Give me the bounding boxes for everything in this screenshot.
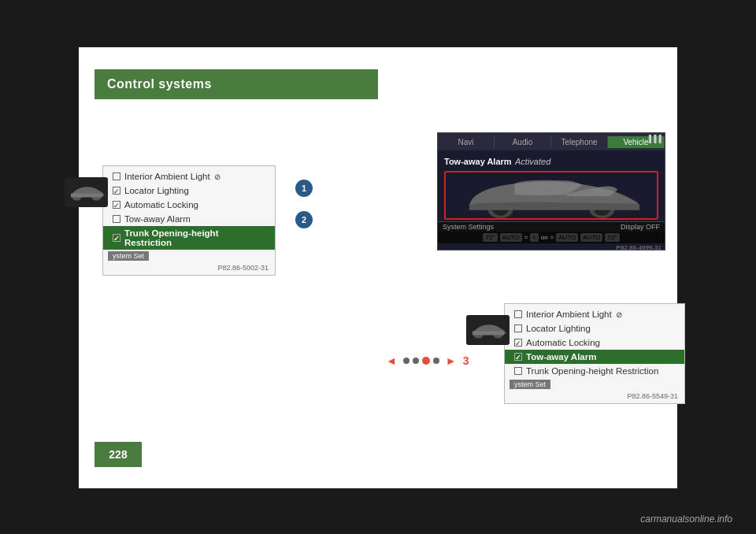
display-off-label: Display OFF: [621, 223, 660, 231]
comand-screen-top: ▐▐▐ Navi Audio Telephone Vehicle Tow-awa…: [437, 132, 665, 250]
signal-indicator: ▐▐▐: [647, 135, 662, 143]
nav-dot-1: [403, 358, 410, 364]
menu-bottom-bar-top: ystem Set: [103, 250, 275, 262]
menu-card-bottom: Interior Ambient Light ⊘ Locator Lightin…: [504, 303, 685, 404]
car-display-area: [444, 171, 658, 220]
menu-code-bottom: P82.86-5549-31: [505, 391, 684, 402]
comand-tabbar: Navi Audio Telephone Vehicle: [438, 133, 665, 150]
menu-code-top: P82.86-5002-31: [103, 262, 275, 273]
system-set-label-bottom: ystem Set: [510, 380, 550, 389]
checkbox-tow-top: [113, 215, 120, 223]
menu-item-autolock-bottom[interactable]: Automatic Locking: [505, 336, 684, 350]
checkbox-locator-top: [113, 187, 120, 195]
checkbox-trunk-top: [113, 234, 120, 242]
temp-left: 72°: [483, 233, 497, 242]
temp-right: 72°: [605, 233, 619, 242]
nav-dot-2: [413, 358, 419, 364]
menu-bottom-bar-bottom: ystem Set: [505, 378, 684, 391]
menu-item-tow-top[interactable]: Tow-away Alarm: [103, 212, 275, 226]
comand-info-bar: System Settings Display OFF: [438, 221, 665, 232]
menu-items-top: Interior Ambient Light ⊘ Locator Lightin…: [102, 165, 276, 276]
nav-dot-4: [433, 358, 439, 364]
navigation-dots: ◄ ► 3: [386, 354, 469, 367]
watermark: carmanualsonline.info: [640, 514, 732, 525]
car-silhouette-bottom: [469, 318, 508, 342]
header-bar: Control systems: [94, 69, 378, 99]
on-label: on: [541, 234, 548, 241]
bullet-2: 2: [295, 211, 313, 228]
car-thumbnail-top: [65, 177, 108, 207]
svg-rect-2: [71, 194, 102, 198]
checkbox-tow-bottom: [514, 353, 522, 361]
checkbox-autolock-bottom: [514, 339, 522, 347]
auto-right: AUTO: [580, 233, 602, 242]
menu-item-auto-lock-top[interactable]: Automatic Locking: [103, 198, 275, 212]
tab-telephone[interactable]: Telephone: [551, 136, 608, 148]
menu-item-tow-bottom[interactable]: Tow-away Alarm: [505, 350, 684, 364]
alarm-title: Tow-away Alarm: [444, 157, 512, 166]
alarm-status: Activated: [515, 157, 550, 166]
arrow-right[interactable]: ►: [446, 354, 457, 367]
checkbox-ambient-bottom: [514, 310, 522, 318]
alarm-header: Tow-away Alarm Activated: [438, 150, 665, 169]
checkbox-trunk-bottom: [514, 367, 522, 375]
car-display-svg: [446, 172, 657, 220]
menu-item-trunk-bottom[interactable]: Trunk Opening-height Restriction: [505, 364, 684, 378]
system-set-label-top: ystem Set: [108, 251, 149, 261]
menu-item-ambient-bottom[interactable]: Interior Ambient Light ⊘: [505, 307, 684, 321]
menu-item-locator-bottom[interactable]: Locator Lighting: [505, 321, 684, 336]
number-indicator: 3: [463, 354, 469, 367]
nav-dot-3: [422, 357, 430, 365]
body-text-area: [94, 331, 410, 345]
svg-rect-9: [472, 332, 504, 336]
comand-code: P82.86-4999-31: [438, 243, 665, 252]
menu-item-locator-top[interactable]: Locator Lighting: [103, 184, 275, 198]
car-silhouette-top: [67, 180, 106, 204]
checkbox-autolock-top: [113, 201, 120, 209]
menu-items-bottom: Interior Ambient Light ⊘ Locator Lightin…: [504, 303, 685, 404]
tab-navi[interactable]: Navi: [438, 136, 495, 148]
tab-audio[interactable]: Audio: [495, 136, 551, 148]
page-number-badge: 228: [94, 442, 142, 467]
menu-card-top: Interior Ambient Light ⊘ Locator Lightin…: [102, 165, 276, 276]
system-settings-label: System Settings: [443, 223, 494, 231]
checkbox-locator-bottom: [514, 324, 522, 332]
bullet-1: 1: [295, 180, 313, 197]
body-paragraph-1: [94, 331, 410, 345]
climate-controls: 72° AUTO = ≈ on = AUTO AUTO 72°: [438, 232, 665, 243]
arrow-left[interactable]: ◄: [386, 354, 397, 367]
page-title: Control systems: [107, 77, 212, 91]
checkbox-ambient-top: [113, 172, 120, 180]
auto-left: AUTO: [500, 233, 522, 242]
menu-item-ambient-light-top[interactable]: Interior Ambient Light ⊘: [103, 169, 275, 184]
car-thumbnail-bottom: [466, 315, 510, 345]
fan-icon: ≈: [530, 233, 538, 242]
menu-item-trunk-top[interactable]: Trunk Opening-height Restriction: [103, 226, 275, 250]
auto-mid: AUTO: [556, 233, 578, 242]
